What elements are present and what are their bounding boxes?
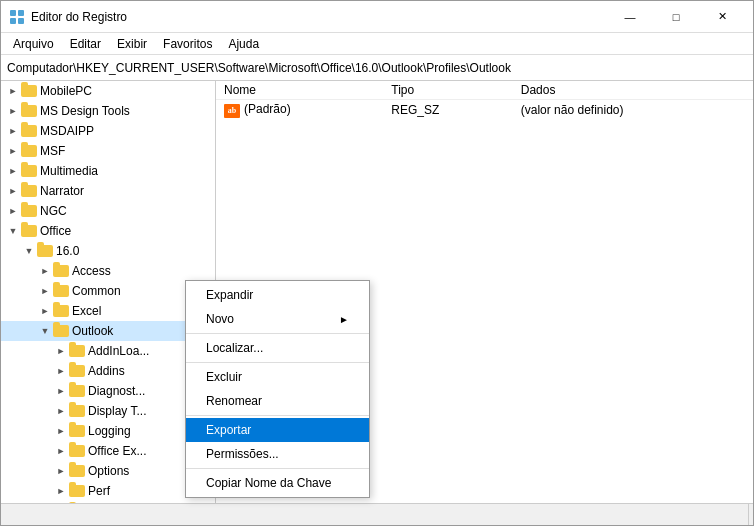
tree-panel[interactable]: ► MobilePC ► MS Design Tools ► MSDAIPP ►… bbox=[1, 81, 216, 503]
svg-rect-2 bbox=[10, 18, 16, 24]
ctx-permissoes[interactable]: Permissões... bbox=[186, 442, 369, 466]
main-window: Editor do Registro ― □ ✕ Arquivo Editar … bbox=[0, 0, 754, 526]
tree-item-16[interactable]: ▼ 16.0 bbox=[1, 241, 215, 261]
toggle-perf[interactable]: ► bbox=[53, 483, 69, 499]
toggle-addins[interactable]: ► bbox=[53, 363, 69, 379]
tree-item-outlook[interactable]: ▼ Outlook bbox=[1, 321, 215, 341]
svg-rect-1 bbox=[18, 10, 24, 16]
label-perf: Perf bbox=[88, 484, 110, 498]
ctx-localizar[interactable]: Localizar... bbox=[186, 336, 369, 360]
tree-item-officeex[interactable]: ► Office Ex... bbox=[1, 441, 215, 461]
label-excel: Excel bbox=[72, 304, 101, 318]
menu-editar[interactable]: Editar bbox=[62, 35, 109, 53]
folder-icon-ngc bbox=[21, 203, 37, 219]
menu-arquivo[interactable]: Arquivo bbox=[5, 35, 62, 53]
toggle-office[interactable]: ▼ bbox=[5, 223, 21, 239]
folder-icon-officeex bbox=[69, 443, 85, 459]
label-addinloa: AddInLoa... bbox=[88, 344, 149, 358]
tree-item-logging[interactable]: ► Logging bbox=[1, 421, 215, 441]
label-common: Common bbox=[72, 284, 121, 298]
ctx-expandir[interactable]: Expandir bbox=[186, 283, 369, 307]
folder-icon-16 bbox=[37, 243, 53, 259]
label-access: Access bbox=[72, 264, 111, 278]
toggle-ngc[interactable]: ► bbox=[5, 203, 21, 219]
toggle-mobilepc[interactable]: ► bbox=[5, 83, 21, 99]
tree-item-msf[interactable]: ► MSF bbox=[1, 141, 215, 161]
toggle-officeex[interactable]: ► bbox=[53, 443, 69, 459]
toggle-multimedia[interactable]: ► bbox=[5, 163, 21, 179]
table-row[interactable]: ab(Padrão) REG_SZ (valor não definido) bbox=[216, 100, 753, 120]
toggle-msdaipp[interactable]: ► bbox=[5, 123, 21, 139]
tree-item-perf[interactable]: ► Perf bbox=[1, 481, 215, 501]
ctx-exportar-label: Exportar bbox=[206, 423, 251, 437]
ctx-sep-2 bbox=[186, 362, 369, 363]
status-bar bbox=[1, 503, 753, 525]
folder-icon-msdesigntools bbox=[21, 103, 37, 119]
toggle-common[interactable]: ► bbox=[37, 283, 53, 299]
context-menu: Expandir Novo ► Localizar... Excluir Ren… bbox=[185, 280, 370, 498]
label-office: Office bbox=[40, 224, 71, 238]
folder-icon-logging bbox=[69, 423, 85, 439]
tree-item-office[interactable]: ▼ Office bbox=[1, 221, 215, 241]
ctx-novo[interactable]: Novo ► bbox=[186, 307, 369, 331]
window-controls: ― □ ✕ bbox=[607, 5, 745, 29]
toggle-addinloa[interactable]: ► bbox=[53, 343, 69, 359]
menu-ajuda[interactable]: Ajuda bbox=[220, 35, 267, 53]
tree-item-ngc[interactable]: ► NGC bbox=[1, 201, 215, 221]
toggle-access[interactable]: ► bbox=[37, 263, 53, 279]
tree-item-preferen[interactable]: ► Preferen... bbox=[1, 501, 215, 503]
reg-type-icon: ab bbox=[224, 104, 240, 118]
tree-item-common[interactable]: ► Common bbox=[1, 281, 215, 301]
tree-item-access[interactable]: ► Access bbox=[1, 261, 215, 281]
tree-item-options[interactable]: ► Options bbox=[1, 461, 215, 481]
toggle-msdesigntools[interactable]: ► bbox=[5, 103, 21, 119]
ctx-exportar[interactable]: Exportar bbox=[186, 418, 369, 442]
toggle-logging[interactable]: ► bbox=[53, 423, 69, 439]
label-msf: MSF bbox=[40, 144, 65, 158]
toggle-displayt[interactable]: ► bbox=[53, 403, 69, 419]
maximize-button[interactable]: □ bbox=[653, 5, 699, 29]
col-header-name: Nome bbox=[216, 81, 383, 100]
toggle-excel[interactable]: ► bbox=[37, 303, 53, 319]
label-multimedia: Multimedia bbox=[40, 164, 98, 178]
tree-item-displayt[interactable]: ► Display T... bbox=[1, 401, 215, 421]
tree-item-multimedia[interactable]: ► Multimedia bbox=[1, 161, 215, 181]
folder-icon-common bbox=[53, 283, 69, 299]
toggle-narrator[interactable]: ► bbox=[5, 183, 21, 199]
label-officeex: Office Ex... bbox=[88, 444, 146, 458]
minimize-button[interactable]: ― bbox=[607, 5, 653, 29]
ctx-copiar[interactable]: Copiar Nome da Chave bbox=[186, 471, 369, 495]
toggle-outlook[interactable]: ▼ bbox=[37, 323, 53, 339]
toggle-diagnost[interactable]: ► bbox=[53, 383, 69, 399]
tree-item-addins[interactable]: ► Addins bbox=[1, 361, 215, 381]
folder-icon-addins bbox=[69, 363, 85, 379]
toggle-16[interactable]: ▼ bbox=[21, 243, 37, 259]
tree-item-addinloa[interactable]: ► AddInLoa... bbox=[1, 341, 215, 361]
toggle-msf[interactable]: ► bbox=[5, 143, 21, 159]
tree-item-msdesigntools[interactable]: ► MS Design Tools bbox=[1, 101, 215, 121]
label-diagnost: Diagnost... bbox=[88, 384, 145, 398]
tree-item-msdaipp[interactable]: ► MSDAIPP bbox=[1, 121, 215, 141]
label-logging: Logging bbox=[88, 424, 131, 438]
label-options: Options bbox=[88, 464, 129, 478]
tree-item-excel[interactable]: ► Excel bbox=[1, 301, 215, 321]
toggle-options[interactable]: ► bbox=[53, 463, 69, 479]
label-msdesigntools: MS Design Tools bbox=[40, 104, 130, 118]
menu-favoritos[interactable]: Favoritos bbox=[155, 35, 220, 53]
tree-item-diagnost[interactable]: ► Diagnost... bbox=[1, 381, 215, 401]
tree-item-narrator[interactable]: ► Narrator bbox=[1, 181, 215, 201]
cell-data: (valor não definido) bbox=[513, 100, 753, 120]
menu-exibir[interactable]: Exibir bbox=[109, 35, 155, 53]
folder-icon-msdaipp bbox=[21, 123, 37, 139]
tree-item-mobilepc[interactable]: ► MobilePC bbox=[1, 81, 215, 101]
ctx-copiar-label: Copiar Nome da Chave bbox=[206, 476, 331, 490]
ctx-excluir[interactable]: Excluir bbox=[186, 365, 369, 389]
close-button[interactable]: ✕ bbox=[699, 5, 745, 29]
folder-icon-mobilepc bbox=[21, 83, 37, 99]
label-displayt: Display T... bbox=[88, 404, 146, 418]
ctx-sep-1 bbox=[186, 333, 369, 334]
label-addins: Addins bbox=[88, 364, 125, 378]
svg-rect-3 bbox=[18, 18, 24, 24]
address-bar: Computador\HKEY_CURRENT_USER\Software\Mi… bbox=[1, 55, 753, 81]
ctx-renomear[interactable]: Renomear bbox=[186, 389, 369, 413]
